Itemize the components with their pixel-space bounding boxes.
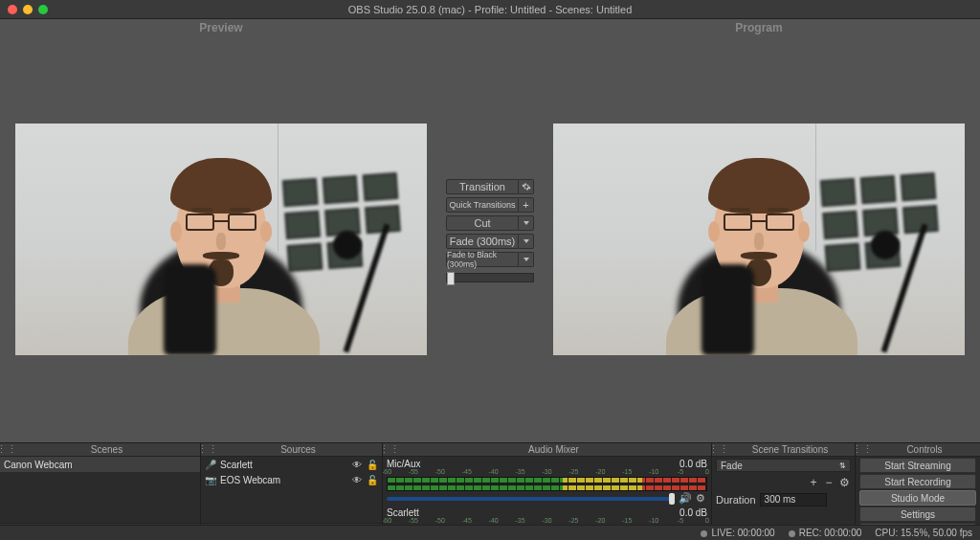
controls-title: Controls <box>869 444 980 455</box>
chevron-down-icon[interactable] <box>519 252 534 267</box>
sources-title: Sources <box>214 444 382 455</box>
program-pane: Program <box>538 19 980 442</box>
titlebar: OBS Studio 25.0.8 (mac) - Profile: Untit… <box>0 0 980 19</box>
channel-name: Scarlett <box>387 507 679 518</box>
dock-grip-icon[interactable]: ⋮⋮ <box>383 443 396 456</box>
quick-transition-label: Fade to Black (300ms) <box>446 252 519 267</box>
dock-grip-icon[interactable]: ⋮⋮ <box>0 443 13 456</box>
dock-grip-icon[interactable]: ⋮⋮ <box>712 443 725 456</box>
mute-button[interactable]: 🔊 <box>679 492 692 505</box>
quick-transitions-row: Quick Transitions + <box>446 197 534 213</box>
gear-icon <box>522 182 531 191</box>
lock-toggle[interactable]: 🔓 <box>367 460 378 470</box>
source-item[interactable]: 🎤 Scarlett 👁 🔓 <box>201 457 382 472</box>
scene-item[interactable]: Canon Webcam <box>0 457 200 472</box>
control-button-settings[interactable]: Settings <box>859 506 976 522</box>
meter-scale: -60-55-50-45-40-35-30-25-20-15-10-50 <box>387 518 707 525</box>
camera-icon: 📷 <box>205 475 216 485</box>
mixer-channel: Mic/Aux0.0 dB -60-55-50-45-40-35-30-25-2… <box>383 457 711 506</box>
duration-label: Duration <box>716 494 756 506</box>
control-button-start-recording[interactable]: Start Recording <box>859 474 976 489</box>
status-dot-icon <box>789 530 795 537</box>
channel-name: Mic/Aux <box>387 459 679 469</box>
duration-value: 300 ms <box>765 494 796 505</box>
vu-meter <box>387 477 707 484</box>
program-canvas[interactable] <box>538 36 980 442</box>
quick-transitions-label: Quick Transitions <box>446 197 519 213</box>
program-label: Program <box>538 19 980 36</box>
program-video <box>553 124 965 355</box>
transition-properties-button[interactable]: ⚙ <box>837 476 851 489</box>
t-bar-slider[interactable] <box>446 273 534 282</box>
transition-controls: Transition Quick Transitions + Cut Fade … <box>442 19 538 442</box>
transition-select-value: Fade <box>721 461 743 471</box>
scenes-list[interactable]: Canon Webcam <box>0 457 200 523</box>
close-window-button[interactable] <box>8 5 17 14</box>
quick-transition-cut[interactable]: Cut <box>446 215 534 231</box>
window-title: OBS Studio 25.0.8 (mac) - Profile: Untit… <box>48 4 932 15</box>
control-button-studio-mode[interactable]: Studio Mode <box>859 490 976 506</box>
preview-pane: Preview <box>0 19 442 442</box>
scenes-title: Scenes <box>13 444 200 455</box>
quick-transition-fade[interactable]: Fade (300ms) <box>446 234 534 249</box>
add-quick-transition-button[interactable]: + <box>519 197 534 213</box>
transition-settings-button[interactable] <box>519 179 534 194</box>
transition-select[interactable]: Fade⇅ <box>716 459 851 472</box>
add-transition-button[interactable]: + <box>807 476 820 489</box>
quick-transition-label: Fade (300ms) <box>446 234 519 249</box>
chevron-down-icon[interactable] <box>519 234 534 249</box>
channel-db: 0.0 dB <box>679 459 707 469</box>
chevron-up-down-icon: ⇅ <box>839 461 846 470</box>
source-label: EOS Webcam <box>220 475 347 485</box>
transition-button[interactable]: Transition <box>446 179 519 194</box>
chevron-down-icon[interactable] <box>519 215 534 231</box>
plus-icon: + <box>523 199 528 211</box>
volume-slider[interactable] <box>387 497 675 501</box>
scene-transitions-title: Scene Transitions <box>725 444 855 455</box>
vu-meter <box>387 484 707 491</box>
dock-grip-icon[interactable]: ⋮⋮ <box>201 443 214 456</box>
mixer-title: Audio Mixer <box>396 444 711 455</box>
rec-status: REC: 00:00:00 <box>789 528 862 538</box>
duration-input[interactable]: 300 ms <box>760 493 827 506</box>
t-bar-handle[interactable] <box>447 272 455 285</box>
mic-icon: 🎤 <box>205 460 216 470</box>
source-label: Scarlett <box>220 460 347 470</box>
transition-button-row: Transition <box>446 179 534 194</box>
control-button-start-streaming[interactable]: Start Streaming <box>859 458 976 473</box>
quick-transition-fade-to-black[interactable]: Fade to Black (300ms) <box>446 252 534 267</box>
source-item[interactable]: 📷 EOS Webcam 👁 🔓 <box>201 472 382 487</box>
meter-scale: -60-55-50-45-40-35-30-25-20-15-10-50 <box>387 469 707 476</box>
minimize-window-button[interactable] <box>23 5 33 14</box>
channel-db: 0.0 dB <box>679 507 707 518</box>
preview-canvas[interactable] <box>0 36 442 442</box>
sources-list[interactable]: 🎤 Scarlett 👁 🔓 📷 EOS Webcam 👁 🔓 <box>201 457 382 523</box>
remove-transition-button[interactable]: − <box>822 476 835 489</box>
zoom-window-button[interactable] <box>38 5 48 14</box>
visibility-toggle[interactable]: 👁 <box>351 475 363 485</box>
preview-label: Preview <box>0 19 442 36</box>
slider-thumb[interactable] <box>669 493 675 505</box>
channel-settings-button[interactable]: ⚙ <box>696 492 707 505</box>
visibility-toggle[interactable]: 👁 <box>351 460 363 470</box>
preview-video <box>15 124 427 355</box>
dock-grip-icon[interactable]: ⋮⋮ <box>856 443 869 456</box>
window-controls <box>0 5 48 14</box>
status-bar: LIVE: 00:00:00 REC: 00:00:00 CPU: 15.5%,… <box>0 525 980 540</box>
lock-toggle[interactable]: 🔓 <box>367 475 378 485</box>
status-dot-icon <box>701 530 707 537</box>
cpu-status: CPU: 15.5%, 50.00 fps <box>875 528 972 538</box>
quick-transition-label: Cut <box>446 215 519 231</box>
scene-label: Canon Webcam <box>4 460 73 470</box>
live-status: LIVE: 00:00:00 <box>701 528 774 538</box>
studio-mode-row: Preview Transition Quick Transitions <box>0 19 980 442</box>
